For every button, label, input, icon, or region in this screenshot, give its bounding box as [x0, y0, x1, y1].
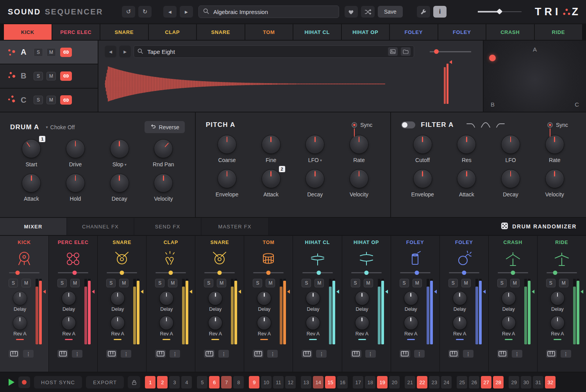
delay-send-knob[interactable]	[404, 292, 418, 305]
delay-send-knob[interactable]	[62, 292, 75, 305]
channel-menu-button[interactable]: ⋮	[414, 350, 425, 358]
reverb-send-knob[interactable]	[502, 316, 515, 330]
layer-link-button[interactable]	[60, 48, 72, 57]
step-3[interactable]: 3	[169, 376, 180, 388]
keyboard-mapping-button[interactable]	[204, 350, 214, 358]
sample-search-field[interactable]	[134, 45, 414, 58]
keyboard-mapping-button[interactable]	[546, 350, 557, 358]
gain-handle[interactable]	[434, 49, 439, 54]
step-16[interactable]: 16	[337, 376, 348, 388]
channel-solo-button[interactable]: S	[448, 279, 458, 287]
step-7[interactable]: 7	[221, 376, 232, 388]
channel-solo-button[interactable]: S	[497, 279, 507, 287]
channel-volume-slider[interactable]	[547, 270, 577, 275]
channel-menu-button[interactable]: ⋮	[218, 350, 229, 358]
channel-solo-button[interactable]: S	[155, 279, 164, 287]
reverb-send-knob[interactable]	[160, 316, 173, 330]
filter-enable-toggle[interactable]	[401, 121, 415, 128]
shuffle-button[interactable]	[361, 6, 375, 18]
drum-tab-ride[interactable]: RIDE	[535, 24, 582, 40]
drive-knob[interactable]	[66, 140, 84, 158]
channel-mute-button[interactable]: M	[21, 279, 31, 287]
slop-knob[interactable]	[111, 140, 129, 158]
slider-handle[interactable]	[120, 271, 124, 275]
reverb-send-knob[interactable]	[62, 316, 75, 330]
channel-mute-button[interactable]: M	[461, 279, 471, 287]
record-button[interactable]	[18, 376, 30, 388]
browse-folder-icon[interactable]	[401, 47, 411, 56]
channel-mute-button[interactable]: M	[510, 279, 520, 287]
save-button[interactable]: Save	[378, 6, 403, 18]
velocity-knob[interactable]	[546, 170, 564, 188]
lfo-knob[interactable]	[502, 135, 520, 153]
sample-preview-icon[interactable]	[388, 47, 398, 56]
channel-menu-button[interactable]: ⋮	[316, 350, 327, 358]
slider-handle[interactable]	[317, 271, 321, 275]
velocity-knob[interactable]	[154, 174, 172, 192]
delay-send-knob[interactable]	[551, 292, 564, 305]
velocity-knob[interactable]	[350, 170, 368, 188]
step-4[interactable]: 4	[181, 376, 192, 388]
info-button[interactable]: i	[433, 6, 447, 18]
channel-volume-slider[interactable]	[400, 270, 431, 275]
step-21[interactable]: 21	[405, 376, 415, 388]
step-23[interactable]: 23	[429, 376, 440, 388]
channel-menu-button[interactable]: ⋮	[267, 350, 278, 358]
channel-volume-slider[interactable]	[253, 270, 284, 275]
delay-send-knob[interactable]	[453, 292, 466, 305]
channel-menu-button[interactable]: ⋮	[72, 350, 82, 358]
slider-handle[interactable]	[218, 271, 222, 275]
keyboard-mapping-button[interactable]	[497, 350, 508, 358]
host-sync-button[interactable]: HOST SYNC	[34, 376, 82, 388]
reverb-send-knob[interactable]	[453, 316, 466, 330]
step-11[interactable]: 11	[273, 376, 284, 388]
step-30[interactable]: 30	[521, 376, 531, 388]
channel-mute-button[interactable]: M	[70, 279, 80, 287]
keyboard-mapping-button[interactable]	[9, 350, 19, 358]
channel-solo-button[interactable]: S	[253, 279, 262, 287]
drum-tab-crash[interactable]: CRASH	[486, 24, 534, 40]
layer-link-button[interactable]	[60, 71, 72, 81]
decay-knob[interactable]	[111, 174, 129, 192]
cutoff-knob[interactable]	[414, 135, 432, 153]
fx-tab-mixer[interactable]: MIXER	[0, 218, 66, 235]
channel-mute-button[interactable]: M	[266, 279, 275, 287]
res-knob[interactable]	[457, 135, 475, 153]
next-sample-button[interactable]: ▶	[119, 46, 131, 57]
step-25[interactable]: 25	[457, 376, 467, 388]
decay-knob[interactable]	[306, 170, 324, 188]
fx-tab-send-fx[interactable]: SEND FX	[134, 218, 201, 235]
step-27[interactable]: 27	[481, 376, 491, 388]
slider-handle[interactable]	[462, 271, 466, 275]
channel-menu-button[interactable]: ⋮	[23, 350, 34, 358]
reverb-send-knob[interactable]	[356, 316, 369, 330]
channel-mute-button[interactable]: M	[364, 279, 373, 287]
slider-handle[interactable]	[169, 271, 173, 275]
rate-knob[interactable]	[350, 135, 368, 153]
channel-volume-slider[interactable]	[155, 270, 186, 275]
choke-dropdown[interactable]: ▾Choke Off	[45, 124, 75, 130]
step-5[interactable]: 5	[197, 376, 207, 388]
slider-handle[interactable]	[364, 271, 368, 275]
drum-tab-clap[interactable]: CLAP	[149, 24, 197, 40]
reverb-send-knob[interactable]	[257, 316, 271, 330]
delay-send-knob[interactable]	[111, 292, 124, 305]
step-32[interactable]: 32	[545, 376, 556, 388]
layer-row-c[interactable]: CSM	[0, 89, 98, 112]
drum-tab-snare[interactable]: SNARE	[100, 24, 148, 40]
slider-handle[interactable]	[553, 271, 557, 275]
delay-send-knob[interactable]	[306, 292, 320, 305]
channel-volume-slider[interactable]	[351, 270, 382, 275]
step-12[interactable]: 12	[285, 376, 296, 388]
redo-button[interactable]: ↻	[138, 6, 152, 18]
reverb-send-knob[interactable]	[209, 316, 222, 330]
step-6[interactable]: 6	[209, 376, 220, 388]
channel-menu-button[interactable]: ⋮	[170, 350, 180, 358]
drum-tab-kick[interactable]: KICK	[4, 24, 52, 40]
envelope-knob[interactable]	[218, 170, 236, 188]
prev-sample-button[interactable]: ◀	[105, 46, 116, 57]
channel-mute-button[interactable]: M	[168, 279, 177, 287]
channel-solo-button[interactable]: S	[9, 279, 18, 287]
channel-solo-button[interactable]: S	[351, 279, 360, 287]
channel-volume-slider[interactable]	[9, 270, 39, 275]
